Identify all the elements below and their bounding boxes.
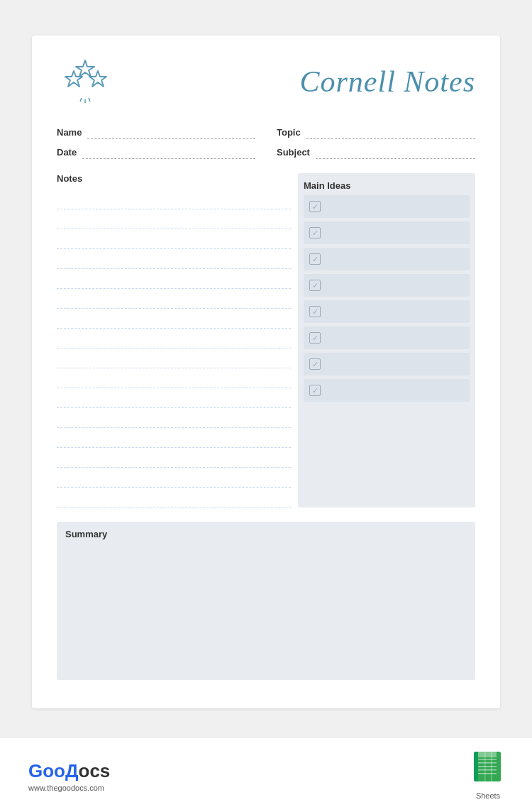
note-line [57, 289, 291, 309]
checkbox-icon[interactable] [309, 227, 321, 238]
checkbox-text[interactable] [326, 385, 464, 395]
notes-label: Notes [57, 173, 291, 184]
svg-marker-2 [76, 60, 94, 77]
summary-label: Summary [65, 529, 467, 539]
form-row-1: Name Topic [57, 126, 475, 139]
checkbox-item[interactable] [304, 300, 470, 323]
note-line [57, 269, 291, 289]
checkbox-text[interactable] [326, 228, 464, 238]
checkbox-icon[interactable] [309, 280, 321, 291]
stars-icon [57, 57, 113, 106]
note-line [57, 408, 291, 428]
content-area: Notes Main Ideas [57, 173, 475, 508]
checkbox-text[interactable] [326, 333, 464, 343]
note-line [57, 229, 291, 249]
subject-field: Subject [277, 146, 475, 159]
cornell-notes-page: Cornell Notes Name Topic Date Subject [32, 35, 500, 708]
checkbox-item[interactable] [304, 248, 470, 270]
sheets-icon-wrapper: Sheets [472, 752, 504, 800]
note-line [57, 448, 291, 468]
note-line [57, 309, 291, 329]
checkbox-item[interactable] [304, 274, 470, 297]
note-line [57, 190, 291, 209]
svg-marker-1 [89, 71, 106, 87]
page-title: Cornell Notes [299, 65, 475, 99]
note-line [57, 488, 291, 508]
svg-line-5 [89, 98, 90, 102]
topic-input[interactable] [306, 126, 475, 139]
svg-line-4 [80, 98, 82, 102]
date-input[interactable] [82, 146, 255, 159]
checkbox-item[interactable] [304, 327, 470, 349]
sheets-label: Sheets [476, 791, 500, 800]
checkbox-icon[interactable] [309, 385, 321, 396]
checkbox-item[interactable] [304, 379, 470, 402]
sheets-icon [472, 752, 504, 790]
checkbox-text[interactable] [326, 307, 464, 317]
main-ideas-section: Main Ideas [298, 173, 475, 508]
summary-section: Summary [57, 522, 475, 680]
footer-brand: GooДocs www.thegoodocs.com [28, 760, 110, 792]
name-label: Name [57, 127, 82, 139]
note-line [57, 329, 291, 349]
form-row-2: Date Subject [57, 146, 475, 159]
name-input[interactable] [87, 126, 255, 139]
subject-label: Subject [277, 147, 310, 159]
checkbox-text[interactable] [326, 254, 464, 264]
notes-section: Notes [57, 173, 291, 508]
note-line [57, 468, 291, 488]
note-line [57, 368, 291, 388]
checkbox-icon[interactable] [309, 358, 321, 370]
page-header: Cornell Notes [57, 57, 475, 106]
gooddocs-logo: GooДocs [28, 760, 110, 782]
name-field: Name [57, 126, 255, 139]
checkbox-icon[interactable] [309, 201, 321, 212]
svg-rect-13 [478, 773, 497, 774]
subject-input[interactable] [316, 146, 475, 159]
svg-rect-14 [484, 752, 486, 781]
checkbox-icon[interactable] [309, 253, 321, 265]
logo-goo: Goo [28, 760, 65, 781]
note-line [57, 349, 291, 368]
footer-url: www.thegoodocs.com [28, 784, 110, 792]
summary-body[interactable] [65, 545, 467, 673]
checkbox-text[interactable] [326, 202, 464, 212]
note-line [57, 209, 291, 229]
note-line [57, 249, 291, 269]
form-fields: Name Topic Date Subject [57, 126, 475, 159]
logo-d-icon: Д [65, 760, 79, 781]
notes-lines [57, 190, 291, 508]
checkbox-item[interactable] [304, 195, 470, 218]
footer: GooДocs www.thegoodocs.com Sheets [0, 737, 532, 812]
svg-rect-15 [491, 752, 492, 781]
main-ideas-label: Main Ideas [304, 180, 470, 191]
checkbox-item[interactable] [304, 221, 470, 244]
checkbox-icon[interactable] [309, 306, 321, 317]
checkbox-text[interactable] [326, 280, 464, 290]
svg-marker-0 [65, 71, 82, 87]
svg-rect-12 [478, 769, 497, 771]
svg-rect-8 [478, 752, 497, 757]
note-line [57, 428, 291, 448]
topic-field: Topic [277, 126, 475, 139]
date-label: Date [57, 147, 77, 159]
topic-label: Topic [277, 127, 301, 139]
svg-rect-11 [478, 766, 497, 767]
date-field: Date [57, 146, 255, 159]
svg-rect-9 [478, 759, 497, 760]
checkbox-item[interactable] [304, 353, 470, 375]
checkbox-text[interactable] [326, 359, 464, 369]
checkbox-icon[interactable] [309, 332, 321, 344]
note-line [57, 388, 291, 408]
logo-ocs: ocs [79, 760, 111, 781]
svg-rect-10 [478, 762, 497, 764]
